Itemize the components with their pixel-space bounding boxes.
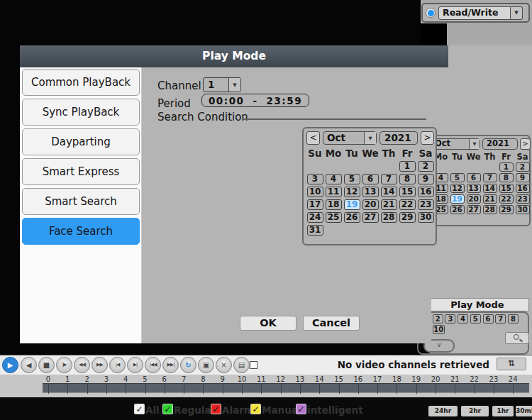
calendar-day[interactable]: 7 bbox=[483, 173, 497, 182]
next-file-button[interactable]: ▶▶| bbox=[162, 357, 179, 373]
calendar-day[interactable]: 21 bbox=[381, 199, 397, 210]
channel-button[interactable]: 10 bbox=[433, 325, 445, 334]
calendar-day[interactable]: 31 bbox=[307, 225, 323, 236]
calendar-day[interactable]: 11 bbox=[326, 187, 342, 197]
calendar-day[interactable]: 26 bbox=[450, 205, 465, 214]
range-button-2hr[interactable]: 2hr bbox=[461, 406, 489, 416]
snapshot-button[interactable]: ▣ bbox=[198, 357, 214, 373]
calendar-day[interactable]: 30 bbox=[516, 205, 530, 214]
filter-checkbox-regular[interactable]: ✓ bbox=[162, 404, 173, 414]
channel-button[interactable]: 8 bbox=[508, 314, 519, 324]
calendar-day[interactable]: 1 bbox=[399, 161, 416, 172]
loop-button[interactable]: ↻ bbox=[180, 357, 196, 373]
calendar-day[interactable]: 22 bbox=[399, 199, 416, 210]
save-button[interactable]: ▤ bbox=[233, 357, 250, 373]
filter-checkbox-manual[interactable]: ✓ bbox=[250, 404, 261, 414]
sidebar-item-sync-playback[interactable]: Sync PlayBack bbox=[22, 99, 140, 126]
calendar-day[interactable]: 26 bbox=[344, 212, 360, 223]
calendar-day[interactable]: 14 bbox=[483, 184, 497, 193]
play-button[interactable]: ▶ bbox=[2, 357, 18, 373]
calendar-day[interactable]: 3 bbox=[307, 174, 323, 184]
search-button[interactable] bbox=[505, 332, 529, 344]
filter-checkbox-all[interactable]: ✓ bbox=[134, 404, 145, 414]
calendar-day[interactable]: 4 bbox=[326, 174, 342, 184]
calendar-day[interactable]: 15 bbox=[499, 184, 514, 193]
calendar-day[interactable]: 10 bbox=[307, 187, 323, 197]
range-button-30min[interactable]: 30min bbox=[516, 406, 532, 416]
sidebar-item-face-search[interactable]: Face Search bbox=[22, 218, 140, 245]
calendar-year-field[interactable]: 2021 bbox=[379, 131, 418, 145]
range-button-24hr[interactable]: 24hr bbox=[428, 406, 458, 416]
calendar-day[interactable]: 30 bbox=[418, 212, 434, 223]
calendar-day[interactable]: 29 bbox=[499, 205, 514, 214]
calendar-day[interactable]: 6 bbox=[467, 173, 481, 182]
calendar-day[interactable]: 28 bbox=[483, 205, 497, 214]
hdd-dropdown-arrow-icon[interactable]: ▼ bbox=[511, 6, 523, 20]
calendar-day[interactable]: 29 bbox=[399, 212, 416, 223]
cancel-button[interactable]: Cancel bbox=[303, 316, 360, 331]
calendar-prev-button[interactable]: < bbox=[306, 131, 320, 145]
filter-checkbox-alarm[interactable]: ✓ bbox=[211, 404, 221, 414]
calendar-day[interactable]: 9 bbox=[516, 173, 530, 182]
sidebar-item-smart-search[interactable]: Smart Search bbox=[22, 188, 140, 215]
previous-frame-button[interactable]: |◀ bbox=[109, 357, 126, 373]
calendar-day[interactable]: 25 bbox=[326, 212, 342, 223]
period-field[interactable]: 00:00 - 23:59 bbox=[201, 94, 309, 107]
calendar-day[interactable]: 21 bbox=[483, 194, 497, 204]
calendar-day[interactable]: 12 bbox=[450, 184, 465, 193]
swap-channels-button[interactable]: ⇅ bbox=[497, 358, 526, 370]
channel-button[interactable]: 2 bbox=[433, 314, 443, 324]
calendar-month-arrow-icon[interactable]: ▼ bbox=[469, 139, 480, 149]
sidebar-item-dayparting[interactable]: Dayparting bbox=[22, 128, 140, 155]
sidebar-item-common-playback[interactable]: Common PlayBack bbox=[22, 69, 140, 96]
calendar-day[interactable]: 18 bbox=[326, 199, 342, 210]
frame-step-button[interactable]: |▶ bbox=[56, 357, 72, 373]
channel-button[interactable]: 5 bbox=[470, 314, 481, 324]
calendar-day[interactable]: 22 bbox=[499, 194, 514, 204]
calendar-next-button[interactable]: > bbox=[520, 138, 531, 150]
fast-forward-button[interactable]: ▶▶ bbox=[92, 357, 108, 373]
calendar-day[interactable]: 2 bbox=[516, 162, 530, 172]
calendar-day[interactable]: 19 bbox=[344, 199, 360, 210]
hdd-mode-value[interactable]: Read/Write bbox=[438, 6, 511, 20]
calendar-day[interactable]: 16 bbox=[516, 184, 530, 193]
calendar-day[interactable]: 12 bbox=[344, 187, 360, 197]
sidebar-item-smart-express[interactable]: Smart Express bbox=[22, 158, 140, 185]
calendar-day[interactable]: 27 bbox=[467, 205, 481, 214]
previous-file-button[interactable]: |◀◀ bbox=[145, 357, 161, 373]
next-frame-button[interactable]: ▶| bbox=[127, 357, 143, 373]
calendar-day[interactable]: 24 bbox=[307, 212, 323, 223]
calendar-day[interactable]: 20 bbox=[362, 199, 379, 210]
calendar-day[interactable]: 9 bbox=[418, 174, 434, 184]
calendar-day[interactable]: 17 bbox=[307, 199, 323, 210]
calendar-month-arrow-icon[interactable]: ▼ bbox=[364, 132, 376, 144]
calendar-day[interactable]: 13 bbox=[467, 184, 481, 193]
hdd-radio[interactable] bbox=[426, 8, 436, 18]
play-mode-panel-button[interactable]: Play Mode bbox=[426, 298, 529, 311]
calendar-day[interactable]: 6 bbox=[362, 174, 379, 184]
rewind-button[interactable]: ◀◀ bbox=[74, 357, 90, 373]
calendar-day[interactable]: 8 bbox=[499, 173, 514, 182]
calendar-day[interactable]: 19 bbox=[450, 194, 465, 204]
calendar-month-select[interactable]: Oct▼ bbox=[431, 138, 480, 150]
calendar-month-select[interactable]: Oct▼ bbox=[323, 131, 377, 145]
calendar-day[interactable]: 1 bbox=[499, 162, 514, 172]
reverse-play-button[interactable]: ◀ bbox=[21, 357, 37, 373]
calendar-day[interactable]: 16 bbox=[418, 187, 434, 197]
playback-option-checkbox[interactable] bbox=[250, 361, 257, 369]
range-button-1hr[interactable]: 1hr bbox=[492, 406, 514, 416]
calendar-next-button[interactable]: > bbox=[421, 131, 434, 145]
calendar-day[interactable]: 5 bbox=[450, 173, 465, 182]
calendar-day[interactable]: 15 bbox=[399, 187, 416, 197]
filter-checkbox-intelligent[interactable]: ✓ bbox=[296, 404, 306, 414]
calendar-day[interactable]: 23 bbox=[418, 199, 434, 210]
calendar-day[interactable]: 20 bbox=[467, 194, 481, 204]
channel-dropdown-arrow-icon[interactable]: ▼ bbox=[228, 78, 240, 92]
channel-select[interactable]: 1 ▼ bbox=[203, 77, 241, 92]
calendar-day[interactable]: 8 bbox=[399, 174, 416, 184]
close-button[interactable]: × bbox=[216, 357, 232, 373]
channel-button[interactable]: 4 bbox=[458, 314, 468, 324]
calendar-day[interactable]: 13 bbox=[362, 187, 379, 197]
channel-button[interactable]: 7 bbox=[495, 314, 506, 324]
calendar-day[interactable]: 27 bbox=[362, 212, 379, 223]
